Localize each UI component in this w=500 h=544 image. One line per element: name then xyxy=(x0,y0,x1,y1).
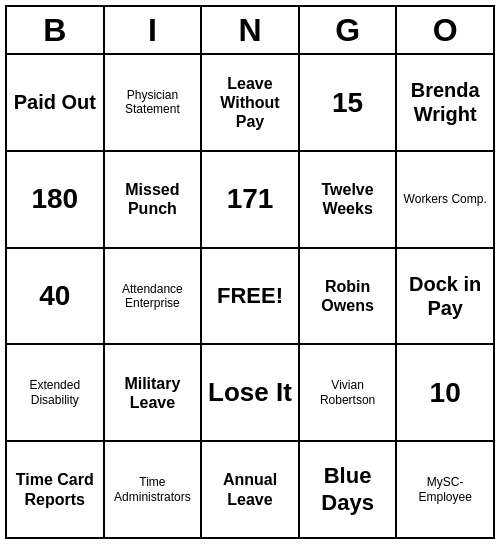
bingo-cell-0-3: 15 xyxy=(300,55,398,150)
header-letter: N xyxy=(202,7,300,53)
bingo-cell-0-1: Physician Statement xyxy=(105,55,203,150)
bingo-cell-0-2: Leave Without Pay xyxy=(202,55,300,150)
bingo-cell-3-2: Lose It xyxy=(202,345,300,440)
bingo-cell-3-4: 10 xyxy=(397,345,493,440)
bingo-cell-1-4: Workers Comp. xyxy=(397,152,493,247)
bingo-row-0: Paid OutPhysician StatementLeave Without… xyxy=(7,55,493,152)
bingo-cell-3-0: Extended Disability xyxy=(7,345,105,440)
bingo-cell-3-3: Vivian Robertson xyxy=(300,345,398,440)
bingo-cell-2-2: FREE! xyxy=(202,249,300,344)
bingo-card: BINGO Paid OutPhysician StatementLeave W… xyxy=(5,5,495,539)
bingo-cell-2-3: Robin Owens xyxy=(300,249,398,344)
bingo-cell-2-1: Attendance Enterprise xyxy=(105,249,203,344)
bingo-cell-0-4: Brenda Wright xyxy=(397,55,493,150)
bingo-cell-0-0: Paid Out xyxy=(7,55,105,150)
bingo-cell-4-3: Blue Days xyxy=(300,442,398,537)
bingo-cell-2-0: 40 xyxy=(7,249,105,344)
bingo-row-2: 40Attendance EnterpriseFREE!Robin OwensD… xyxy=(7,249,493,346)
bingo-grid: Paid OutPhysician StatementLeave Without… xyxy=(7,55,493,537)
bingo-cell-3-1: Military Leave xyxy=(105,345,203,440)
bingo-cell-1-0: 180 xyxy=(7,152,105,247)
bingo-header: BINGO xyxy=(7,7,493,55)
header-letter: B xyxy=(7,7,105,53)
bingo-cell-1-2: 171 xyxy=(202,152,300,247)
bingo-row-4: Time Card ReportsTime AdministratorsAnnu… xyxy=(7,442,493,537)
bingo-cell-4-2: Annual Leave xyxy=(202,442,300,537)
header-letter: G xyxy=(300,7,398,53)
bingo-row-3: Extended DisabilityMilitary LeaveLose It… xyxy=(7,345,493,442)
header-letter: O xyxy=(397,7,493,53)
bingo-cell-4-1: Time Administrators xyxy=(105,442,203,537)
bingo-cell-4-4: MySC-Employee xyxy=(397,442,493,537)
bingo-cell-2-4: Dock in Pay xyxy=(397,249,493,344)
bingo-cell-4-0: Time Card Reports xyxy=(7,442,105,537)
bingo-cell-1-3: Twelve Weeks xyxy=(300,152,398,247)
bingo-row-1: 180Missed Punch171Twelve WeeksWorkers Co… xyxy=(7,152,493,249)
bingo-cell-1-1: Missed Punch xyxy=(105,152,203,247)
header-letter: I xyxy=(105,7,203,53)
